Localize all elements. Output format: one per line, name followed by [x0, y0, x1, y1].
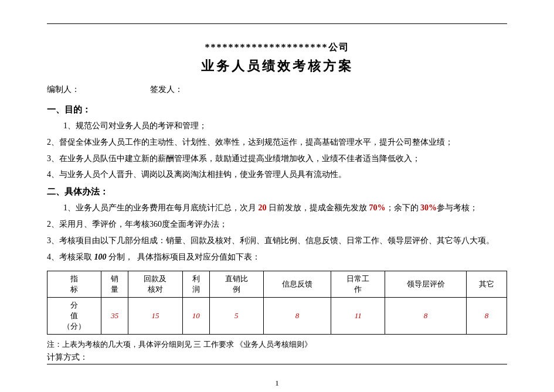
- bottom-divider: [47, 364, 507, 364]
- score-sales: 35: [101, 298, 128, 335]
- score-other: 8: [466, 298, 507, 335]
- highlight-100: 100: [94, 253, 107, 261]
- section2-title: 二、具体办法：: [47, 186, 507, 197]
- top-divider: [47, 23, 507, 24]
- section2-item4: 4、考核采取 100 分制， 具体指标项目及对应分值如下表：: [47, 250, 507, 264]
- col-header-info: 信息反馈: [263, 271, 331, 298]
- score-label: 分值（分）: [47, 298, 101, 335]
- col-header-sales: 销量: [101, 271, 128, 298]
- col-header-payment: 回款及核对: [128, 271, 182, 298]
- score-payment: 15: [128, 298, 182, 335]
- col-header-profit: 利润: [182, 271, 209, 298]
- score-info: 8: [263, 298, 331, 335]
- section2-item2: 2、采用月、季评价，年考核360度全面考评办法；: [47, 217, 507, 231]
- table-score-row: 分值（分） 35 15 10 5 8 11 8 8: [47, 298, 507, 335]
- section1-item1: 1、规范公司对业务人员的考评和管理；: [47, 119, 507, 133]
- section1-item2: 2、督促全体业务人员工作的主动性、计划性、效率性，达到规范运作，提高基础管理水平…: [47, 135, 507, 149]
- highlight-20: 20: [259, 203, 267, 212]
- page-number: 1: [275, 379, 279, 387]
- document-title: 业务人员绩效考核方案: [47, 57, 507, 75]
- highlight-70: 70%: [369, 203, 386, 212]
- meta-row: 编制人： 签发人：: [47, 84, 507, 95]
- company-name: *********************公司: [47, 42, 507, 54]
- score-direct: 5: [209, 298, 263, 335]
- score-daily: 11: [331, 298, 385, 335]
- section2-item1: 1、业务人员产生的业务费用在每月底统计汇总，次月 20 日前发放，提成金额先发放…: [47, 201, 507, 215]
- editor-label: 编制人：: [47, 84, 80, 95]
- page-footer: 1: [0, 379, 554, 388]
- highlight-30: 30%: [420, 203, 437, 212]
- score-table: 指标 销量 回款及核对 利润 直销比例 信息反馈 日常工作 领导层评价 其它 分…: [47, 271, 507, 335]
- section1-item3: 3、在业务人员队伍中建立新的薪酬管理体系，鼓励通过提高业绩增加收入，业绩不佳者适…: [47, 152, 507, 166]
- col-header-leadership: 领导层评价: [385, 271, 466, 298]
- signer-label: 签发人：: [150, 84, 183, 95]
- col-header-direct: 直销比例: [209, 271, 263, 298]
- section2-block: 二、具体办法： 1、业务人员产生的业务费用在每月底统计汇总，次月 20 日前发放…: [47, 186, 507, 264]
- section1-title: 一、目的：: [47, 104, 507, 115]
- section1-item4: 4、与业务人员个人晋升、调岗以及离岗淘汰相挂钩，使业务管理人员具有流动性。: [47, 168, 507, 182]
- col-header-daily: 日常工作: [331, 271, 385, 298]
- col-header-other: 其它: [466, 271, 507, 298]
- score-profit: 10: [182, 298, 209, 335]
- title-section: *********************公司 业务人员绩效考核方案: [47, 42, 507, 75]
- document-page: *********************公司 业务人员绩效考核方案 编制人： …: [0, 0, 554, 392]
- section2-item3: 3、考核项目由以下几部分组成：销量、回款及核对、利润、直销比例、信息反馈、日常工…: [47, 234, 507, 248]
- col-header-index: 指标: [47, 271, 101, 298]
- score-leadership: 8: [385, 298, 466, 335]
- table-note: 注：上表为考核的几大项，具体评分细则见 三 工作要求 《业务人员考核细则》: [47, 339, 507, 350]
- calc-method-label: 计算方式：: [47, 352, 507, 363]
- section1-block: 一、目的： 1、规范公司对业务人员的考评和管理； 2、督促全体业务人员工作的主动…: [47, 104, 507, 182]
- table-header-row: 指标 销量 回款及核对 利润 直销比例 信息反馈 日常工作 领导层评价 其它: [47, 271, 507, 298]
